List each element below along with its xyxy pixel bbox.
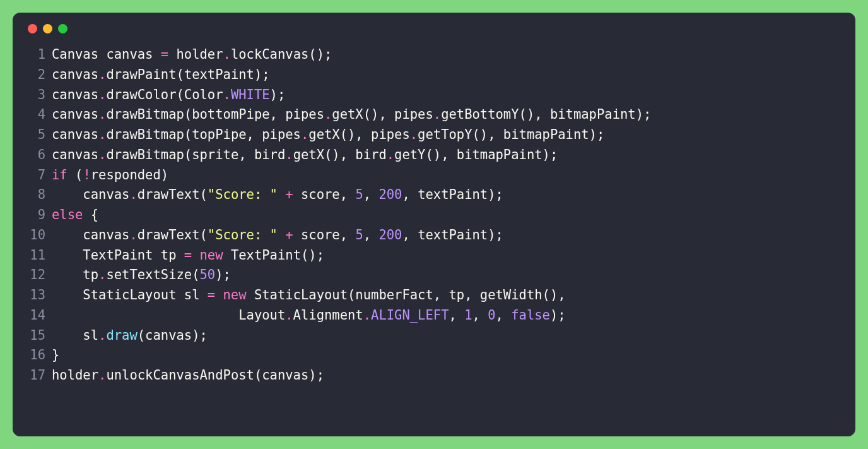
code-line: 2canvas.drawPaint(textPaint); bbox=[28, 65, 840, 85]
line-number: 1 bbox=[28, 45, 45, 65]
code-line: 11 TextPaint tp = new TextPaint(); bbox=[28, 246, 840, 266]
close-icon[interactable] bbox=[28, 24, 37, 33]
line-number: 15 bbox=[28, 326, 45, 346]
code-line: 7if (!responded) bbox=[28, 165, 840, 186]
code-line: 12 tp.setTextSize(50); bbox=[28, 265, 840, 285]
code-line: 4canvas.drawBitmap(bottomPipe, pipes.get… bbox=[28, 105, 840, 125]
line-content: else { bbox=[52, 205, 98, 225]
maximize-icon[interactable] bbox=[58, 24, 67, 33]
line-number: 13 bbox=[28, 285, 45, 306]
line-content: Layout.Alignment.ALIGN_LEFT, 1, 0, false… bbox=[52, 306, 566, 326]
code-window: 1Canvas canvas = holder.lockCanvas();2ca… bbox=[13, 13, 855, 436]
code-line: 9else { bbox=[28, 205, 840, 225]
window-titlebar bbox=[28, 24, 840, 33]
code-line: 6canvas.drawBitmap(sprite, bird.getX(), … bbox=[28, 145, 840, 165]
code-line: 13 StaticLayout sl = new StaticLayout(nu… bbox=[28, 285, 840, 306]
line-content: canvas.drawColor(Color.WHITE); bbox=[52, 85, 285, 105]
line-number: 7 bbox=[28, 165, 45, 186]
line-number: 3 bbox=[28, 85, 45, 105]
line-content: canvas.drawPaint(textPaint); bbox=[52, 65, 270, 85]
line-content: StaticLayout sl = new StaticLayout(numbe… bbox=[52, 285, 566, 306]
line-number: 5 bbox=[28, 125, 45, 145]
line-content: TextPaint tp = new TextPaint(); bbox=[52, 246, 324, 266]
line-number: 4 bbox=[28, 105, 45, 125]
line-content: if (!responded) bbox=[52, 165, 168, 186]
line-number: 10 bbox=[28, 225, 45, 246]
line-content: sl.draw(canvas); bbox=[52, 326, 208, 346]
code-line: 8 canvas.drawText("Score: " + score, 5, … bbox=[28, 185, 840, 205]
line-content: Canvas canvas = holder.lockCanvas(); bbox=[52, 45, 332, 65]
line-number: 2 bbox=[28, 65, 45, 85]
line-content: } bbox=[52, 345, 59, 366]
line-number: 16 bbox=[28, 345, 45, 366]
line-content: holder.unlockCanvasAndPost(canvas); bbox=[52, 366, 324, 386]
line-number: 12 bbox=[28, 265, 45, 285]
line-number: 6 bbox=[28, 145, 45, 165]
line-content: canvas.drawBitmap(topPipe, pipes.getX(),… bbox=[52, 125, 604, 145]
minimize-icon[interactable] bbox=[43, 24, 52, 33]
line-content: tp.setTextSize(50); bbox=[52, 265, 231, 285]
code-line: 10 canvas.drawText("Score: " + score, 5,… bbox=[28, 225, 840, 246]
code-line: 5canvas.drawBitmap(topPipe, pipes.getX()… bbox=[28, 125, 840, 145]
code-editor: 1Canvas canvas = holder.lockCanvas();2ca… bbox=[28, 45, 840, 386]
code-line: 16} bbox=[28, 345, 840, 366]
code-line: 1Canvas canvas = holder.lockCanvas(); bbox=[28, 45, 840, 65]
line-content: canvas.drawBitmap(bottomPipe, pipes.getX… bbox=[52, 105, 651, 125]
code-line: 15 sl.draw(canvas); bbox=[28, 326, 840, 346]
line-number: 11 bbox=[28, 246, 45, 266]
line-content: canvas.drawBitmap(sprite, bird.getX(), b… bbox=[52, 145, 558, 165]
code-line: 14 Layout.Alignment.ALIGN_LEFT, 1, 0, fa… bbox=[28, 306, 840, 326]
code-line: 3canvas.drawColor(Color.WHITE); bbox=[28, 85, 840, 105]
line-number: 17 bbox=[28, 366, 45, 386]
line-number: 14 bbox=[28, 306, 45, 326]
line-content: canvas.drawText("Score: " + score, 5, 20… bbox=[52, 225, 503, 246]
line-number: 9 bbox=[28, 205, 45, 225]
code-line: 17holder.unlockCanvasAndPost(canvas); bbox=[28, 366, 840, 386]
line-number: 8 bbox=[28, 185, 45, 205]
line-content: canvas.drawText("Score: " + score, 5, 20… bbox=[52, 185, 503, 205]
